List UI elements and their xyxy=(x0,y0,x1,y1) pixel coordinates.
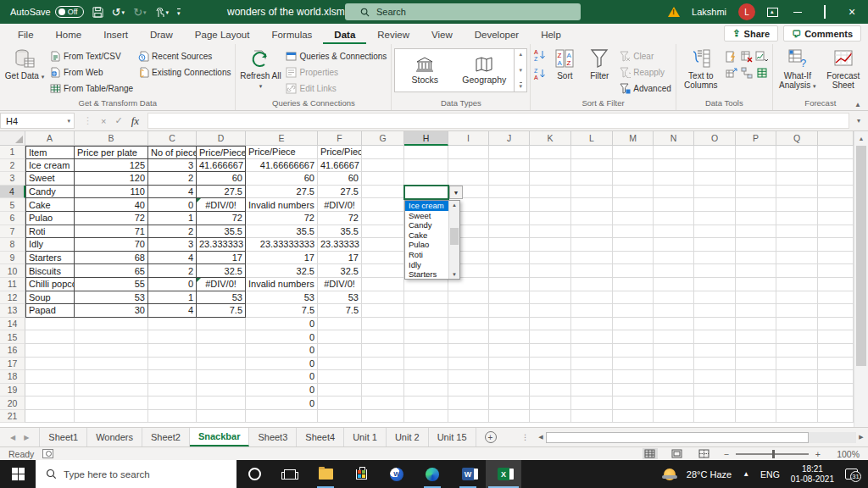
cell-G13[interactable] xyxy=(362,304,404,318)
cell-E10[interactable]: 32.5 xyxy=(246,264,318,278)
cell-N1[interactable] xyxy=(654,146,694,159)
cell-partial-15[interactable] xyxy=(818,330,854,344)
cell-J10[interactable] xyxy=(489,264,530,278)
cell-partial-11[interactable] xyxy=(818,278,854,291)
row-header-16[interactable]: 16 xyxy=(0,344,25,358)
cell-E9[interactable]: 17 xyxy=(246,252,318,265)
dropdown-option-cake[interactable]: Cake xyxy=(405,230,448,241)
cell-H20[interactable] xyxy=(404,396,448,410)
tab-draw[interactable]: Draw xyxy=(139,26,184,44)
undo-caret-icon[interactable]: ▾ xyxy=(122,9,125,15)
warning-icon[interactable] xyxy=(668,7,680,17)
cell-C3[interactable]: 2 xyxy=(148,172,197,186)
cell-I19[interactable] xyxy=(448,384,489,397)
sheet-tab-snackbar[interactable]: Snackbar xyxy=(190,428,250,446)
row-header-21[interactable]: 21 xyxy=(0,410,25,424)
cell-J2[interactable] xyxy=(489,159,530,173)
cell-L10[interactable] xyxy=(571,264,613,278)
cell-P1[interactable] xyxy=(736,146,776,159)
cell-K21[interactable] xyxy=(530,410,571,424)
autosave-toggle[interactable]: AutoSave Off xyxy=(10,6,84,18)
cell-O20[interactable] xyxy=(694,396,736,410)
cell-B14[interactable] xyxy=(75,318,148,331)
cell-J7[interactable] xyxy=(489,225,530,239)
cell-A10[interactable]: Biscuits xyxy=(25,264,75,278)
cell-B1[interactable]: Price per plate xyxy=(75,146,148,159)
cell-J17[interactable] xyxy=(489,358,530,371)
cell-C5[interactable]: 0 xyxy=(148,198,197,212)
cell-M11[interactable] xyxy=(613,278,654,291)
cell-A11[interactable]: Chilli popcorn xyxy=(25,278,75,291)
cell-A20[interactable] xyxy=(25,396,75,410)
cell-H15[interactable] xyxy=(404,330,448,344)
cell-E14[interactable]: 0 xyxy=(246,318,318,331)
cell-Q7[interactable] xyxy=(776,225,818,239)
cell-B19[interactable] xyxy=(75,384,148,397)
dropdown-option-idly[interactable]: Idly xyxy=(405,260,448,270)
excel-button[interactable]: X xyxy=(486,460,521,488)
remove-duplicates-icon[interactable] xyxy=(740,49,754,64)
cell-F11[interactable]: #DIV/0! xyxy=(318,278,362,291)
sheet-tab-sheet2[interactable]: Sheet2 xyxy=(142,428,190,446)
cell-D7[interactable]: 35.5 xyxy=(197,225,246,239)
cell-G4[interactable] xyxy=(362,186,404,199)
expand-formula-bar-icon[interactable]: ▾ xyxy=(849,111,868,130)
cell-F13[interactable]: 7.5 xyxy=(318,304,362,318)
cell-K4[interactable] xyxy=(530,186,571,199)
cell-K16[interactable] xyxy=(530,344,571,358)
cell-K1[interactable] xyxy=(530,146,571,159)
cell-N12[interactable] xyxy=(654,291,694,305)
cell-J8[interactable] xyxy=(489,238,530,252)
cell-M2[interactable] xyxy=(613,159,654,173)
tab-help[interactable]: Help xyxy=(530,26,572,44)
file-explorer-button[interactable] xyxy=(308,460,343,488)
cell-M1[interactable] xyxy=(613,146,654,159)
cell-J9[interactable] xyxy=(489,252,530,265)
user-name[interactable]: Lakshmi xyxy=(692,7,726,17)
cell-H18[interactable] xyxy=(404,370,448,384)
row-header-13[interactable]: 13 xyxy=(0,304,25,318)
cell-H1[interactable] xyxy=(404,146,448,159)
cell-O9[interactable] xyxy=(694,252,736,265)
cell-G15[interactable] xyxy=(362,330,404,344)
cell-J14[interactable] xyxy=(489,318,530,331)
cell-partial-4[interactable] xyxy=(818,186,854,199)
cell-P17[interactable] xyxy=(736,358,776,371)
cell-F2[interactable]: 41.66667 xyxy=(318,159,362,173)
dropdown-arrow-button[interactable]: ▼ xyxy=(449,186,463,199)
cell-F5[interactable]: #DIV/0! xyxy=(318,198,362,212)
filter-button[interactable]: Filter xyxy=(582,46,616,80)
cell-F10[interactable]: 32.5 xyxy=(318,264,362,278)
cell-partial-18[interactable] xyxy=(818,370,854,384)
cell-J11[interactable] xyxy=(489,278,530,291)
cell-Q11[interactable] xyxy=(776,278,818,291)
cell-G20[interactable] xyxy=(362,396,404,410)
geography-button[interactable]: Geography xyxy=(454,49,514,92)
cell-O18[interactable] xyxy=(694,370,736,384)
cell-L11[interactable] xyxy=(571,278,613,291)
cell-G2[interactable] xyxy=(362,159,404,173)
cell-G11[interactable] xyxy=(362,278,404,291)
cell-Q10[interactable] xyxy=(776,264,818,278)
cell-J12[interactable] xyxy=(489,291,530,305)
customize-qat-button[interactable]: ▾ xyxy=(177,8,181,16)
cell-Q2[interactable] xyxy=(776,159,818,173)
cell-N19[interactable] xyxy=(654,384,694,397)
existing-connections-button[interactable]: Existing Connections xyxy=(136,64,232,80)
cell-K14[interactable] xyxy=(530,318,571,331)
get-data-button[interactable]: Get Data ▾ xyxy=(3,46,47,81)
cell-M3[interactable] xyxy=(613,172,654,186)
cell-I2[interactable] xyxy=(448,159,489,173)
cell-A5[interactable]: Cake xyxy=(25,198,75,212)
sheet-tab-sheet1[interactable]: Sheet1 xyxy=(39,428,87,446)
cell-M13[interactable] xyxy=(613,304,654,318)
cell-N18[interactable] xyxy=(654,370,694,384)
cell-G10[interactable] xyxy=(362,264,404,278)
row-header-5[interactable]: 5 xyxy=(0,198,25,212)
prev-sheet-icon[interactable]: ◀ xyxy=(10,434,15,441)
row-header-15[interactable]: 15 xyxy=(0,330,25,344)
cell-L1[interactable] xyxy=(571,146,613,159)
cell-C15[interactable] xyxy=(148,330,197,344)
task-view-button[interactable] xyxy=(272,460,308,488)
close-button[interactable]: × xyxy=(844,5,860,19)
